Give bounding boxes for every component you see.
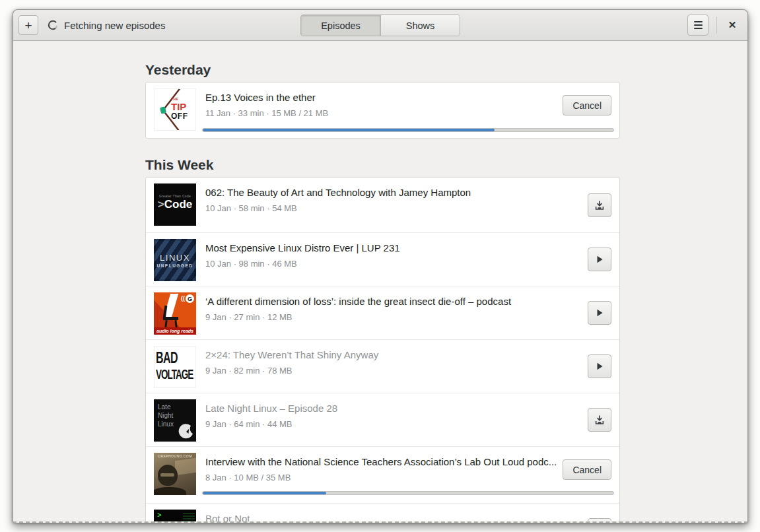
episode-title: Bot or Not bbox=[205, 512, 588, 521]
episode-title: ‘A different dimension of loss’: inside … bbox=[205, 295, 588, 308]
episode-row[interactable]: LINUX UNPLUGGED Most Expensive Linux Dis… bbox=[146, 232, 619, 286]
this-week-card: Greater Than Code >Code 062: The Beauty … bbox=[145, 177, 620, 521]
play-icon bbox=[594, 308, 605, 318]
podcast-cover-late-night-linux: Late Night Linux bbox=[154, 399, 196, 442]
app-window: + Fetching new episodes Episodes Shows ✕… bbox=[13, 9, 748, 523]
podcast-cover-bad-voltage: BAD VOLTAGE bbox=[154, 346, 196, 388]
crescent-moon-icon bbox=[177, 424, 194, 441]
download-icon bbox=[594, 200, 605, 211]
podcast-cover-greater-than-code: Greater Than Code >Code bbox=[154, 183, 196, 226]
play-icon bbox=[594, 254, 605, 265]
episode-meta: 8 Jan · 10 MB / 35 MB bbox=[205, 473, 563, 482]
header-right: ✕ bbox=[687, 15, 747, 36]
download-button[interactable] bbox=[588, 408, 611, 432]
episode-meta: 11 Jan · 33 min · 15 MB / 21 MB bbox=[205, 108, 563, 118]
podcast-cover-audio-long-reads: (( G audio long reads bbox=[154, 292, 196, 335]
tab-episodes[interactable]: Episodes bbox=[301, 15, 380, 36]
status-text: Fetching new episodes bbox=[64, 20, 165, 31]
play-button[interactable] bbox=[588, 248, 611, 271]
download-button[interactable] bbox=[588, 518, 611, 521]
episode-meta: 9 Jan · 27 min · 12 MB bbox=[205, 312, 588, 322]
episode-meta: 9 Jan · 64 min · 44 MB bbox=[205, 419, 588, 429]
episode-row[interactable]: THE TIP OFF Ep.13 Voices in the ether 11… bbox=[146, 83, 619, 138]
podcast-cover-tip-off: THE TIP OFF bbox=[154, 88, 196, 131]
play-button[interactable] bbox=[588, 301, 611, 325]
play-icon bbox=[594, 361, 605, 372]
header-separator bbox=[716, 17, 717, 34]
download-progress-fill bbox=[203, 492, 326, 494]
episode-meta: 10 Jan · 58 min · 54 MB bbox=[205, 203, 588, 213]
episode-row[interactable]: (( G audio long reads ‘A different dimen… bbox=[146, 286, 619, 339]
download-icon bbox=[594, 415, 605, 425]
episode-title: Ep.13 Voices in the ether bbox=[205, 91, 563, 104]
play-button[interactable] bbox=[588, 354, 611, 378]
section-title-this-week: This Week bbox=[145, 156, 620, 173]
download-button[interactable] bbox=[588, 193, 611, 217]
episode-row[interactable]: > IRL Bot or Not bbox=[146, 503, 619, 521]
view-switcher: Episodes Shows bbox=[300, 15, 460, 36]
add-podcast-button[interactable]: + bbox=[18, 15, 38, 35]
podcast-cover-irl: > IRL bbox=[154, 510, 196, 521]
cancel-download-button[interactable]: Cancel bbox=[563, 95, 611, 116]
episode-title: 062: The Beauty of Art and Technology wi… bbox=[205, 186, 588, 199]
episode-row[interactable]: BAD VOLTAGE 2×24: They Weren’t That Shin… bbox=[146, 339, 619, 393]
episode-title: 2×24: They Weren’t That Shiny Anyway bbox=[205, 349, 588, 362]
episode-meta: 9 Jan · 82 min · 78 MB bbox=[205, 366, 588, 376]
podcast-cover-craphound: CRAPHOUND.COM bbox=[154, 453, 196, 495]
episode-title: Most Expensive Linux Distro Ever | LUP 2… bbox=[205, 242, 588, 255]
tab-shows[interactable]: Shows bbox=[380, 15, 460, 36]
guardian-roundel: G bbox=[186, 294, 194, 303]
episode-row[interactable]: CRAPHOUND.COM Interview with the Nationa… bbox=[146, 446, 619, 503]
episode-title: Late Night Linux – Episode 28 bbox=[205, 402, 588, 415]
hamburger-icon bbox=[694, 21, 703, 22]
podcast-cover-linux-unplugged: LINUX UNPLUGGED bbox=[154, 239, 196, 281]
episodes-view: Yesterday THE TIP OFF bbox=[13, 42, 747, 521]
download-progressbar bbox=[202, 491, 614, 495]
episode-title: Interview with the National Science Teac… bbox=[205, 455, 563, 469]
section-title-yesterday: Yesterday bbox=[145, 61, 620, 78]
episode-row[interactable]: Late Night Linux Late Night Linux – Epis… bbox=[146, 393, 619, 446]
episode-row[interactable]: Greater Than Code >Code 062: The Beauty … bbox=[146, 178, 619, 232]
episode-meta: 10 Jan · 98 min · 46 MB bbox=[205, 259, 588, 269]
close-window-button[interactable]: ✕ bbox=[724, 17, 741, 34]
menu-button[interactable] bbox=[687, 15, 708, 36]
download-progress-fill bbox=[203, 129, 495, 131]
cancel-download-button[interactable]: Cancel bbox=[563, 459, 611, 480]
spinner-icon bbox=[48, 20, 58, 30]
yesterday-card: THE TIP OFF Ep.13 Voices in the ether 11… bbox=[145, 82, 620, 139]
headerbar: + Fetching new episodes Episodes Shows ✕ bbox=[13, 10, 747, 41]
download-progressbar bbox=[202, 128, 614, 132]
